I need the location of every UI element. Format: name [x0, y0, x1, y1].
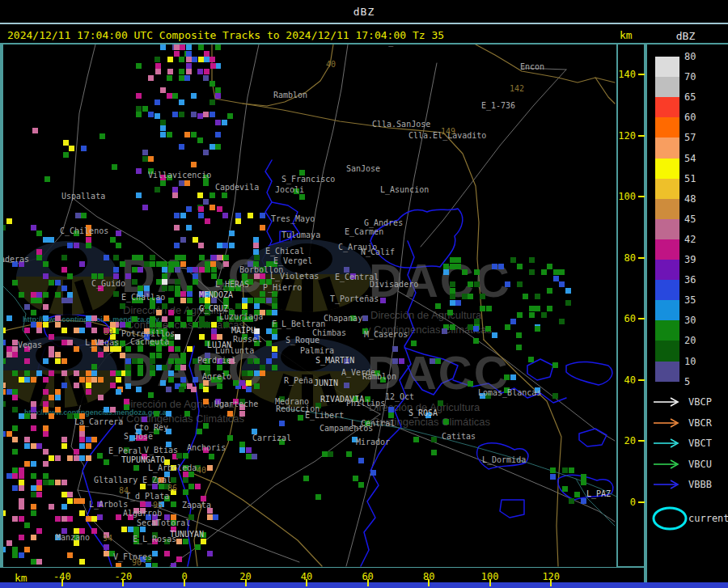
place-label: La_Carrera [74, 417, 123, 426]
radar-pixel [3, 358, 6, 364]
radar-pixel [67, 340, 73, 345]
radar-pixel [43, 358, 49, 364]
radar-pixel [86, 243, 91, 248]
scale-value-label: 5 [684, 376, 690, 387]
radar-pixel [43, 261, 49, 267]
radar-pixel [473, 338, 479, 344]
radar-pixel [168, 286, 174, 291]
radar-pixel [438, 400, 443, 406]
radar-pixel [176, 556, 182, 562]
scale-value-label: 48 [684, 193, 696, 205]
radar-pixel [552, 393, 558, 399]
radar-pixel [31, 510, 36, 516]
radar-pixel [120, 322, 125, 328]
radar-pixel [175, 334, 180, 340]
radar-pixel [24, 304, 30, 310]
legend-row [652, 458, 684, 473]
radar-pixel [188, 472, 194, 477]
radar-pixel [148, 392, 154, 398]
place-label: L_HERAS [215, 280, 249, 289]
radar-pixel [138, 267, 143, 273]
radar-pixel [535, 294, 540, 299]
radar-pixel [192, 57, 197, 62]
radar-pixel [186, 63, 192, 69]
radar-pixel [455, 257, 461, 263]
radar-pixel [254, 255, 260, 260]
radar-pixel [49, 395, 54, 400]
radar-pixel [191, 132, 197, 137]
radar-pixel [12, 547, 18, 552]
radar-pixel [246, 380, 252, 386]
place-label: Phillips [346, 399, 385, 408]
radar-pixel [562, 486, 568, 492]
radar-pixel [203, 399, 209, 404]
radar-pixel [180, 353, 186, 358]
radar-pixel [186, 51, 192, 57]
y-axis-tick [638, 257, 645, 259]
radar-pixel [187, 286, 193, 291]
radar-pixel [156, 279, 162, 285]
radar-pixel [74, 370, 79, 376]
place-label: Russel [233, 335, 262, 344]
y-axis-tick [638, 379, 645, 381]
radar-pixel [36, 528, 42, 534]
radar-pixel [392, 358, 398, 364]
radar-pixel [150, 261, 155, 267]
radar-pixel [498, 264, 504, 269]
radar-map-canvas[interactable]: DACCDirección de Agriculturay Contingenc… [3, 44, 616, 567]
radar-pixel [146, 501, 151, 507]
radar-pixel [3, 401, 6, 407]
radar-pixel [217, 243, 222, 248]
radar-pixel [49, 346, 54, 352]
place-label: S_Jose [124, 432, 153, 441]
radar-pixel [199, 255, 205, 260]
radar-pixel [155, 69, 161, 74]
radar-pixel [79, 437, 85, 442]
radar-pixel [67, 552, 73, 558]
radar-pixel [195, 484, 201, 489]
radar-pixel [79, 498, 85, 504]
radar-pixel [132, 279, 138, 285]
radar-pixel [260, 365, 265, 370]
radar-pixel [6, 218, 12, 224]
place-label: L_Dormida [482, 455, 526, 464]
radar-pixel [242, 273, 248, 279]
place-label: S_Francisco [281, 175, 335, 184]
radar-pixel [86, 443, 91, 449]
radar-pixel [31, 559, 36, 565]
scale-color-block [655, 117, 679, 138]
radar-pixel [98, 273, 104, 279]
radar-pixel [43, 449, 49, 455]
radar-pixel [31, 407, 36, 412]
radar-pixel [581, 474, 586, 480]
radar-pixel [91, 370, 97, 376]
radar-pixel [86, 370, 91, 376]
radar-pixel [175, 291, 180, 297]
radar-pixel [6, 540, 12, 546]
place-label: L_Asuncion [380, 185, 429, 194]
radar-pixel [242, 370, 248, 376]
radar-pixel [6, 431, 12, 437]
radar-pixel [529, 269, 535, 275]
radar-pixel [462, 294, 468, 299]
radar-pixel [49, 237, 54, 243]
radar-pixel [146, 563, 151, 567]
radar-pixel [79, 261, 85, 267]
place-label: V_Btias [144, 446, 178, 455]
radar-pixel [180, 365, 186, 370]
x-axis-tick [61, 579, 63, 586]
radar-pixel [210, 112, 215, 117]
radar-pixel [155, 63, 161, 69]
legend-arrow-icon [652, 479, 684, 490]
radar-pixel [3, 389, 6, 395]
radar-pixel [227, 435, 233, 441]
radar-pixel [49, 480, 54, 485]
radar-pixel [187, 298, 193, 303]
radar-pixel [43, 292, 49, 298]
radar-pixel [174, 44, 180, 50]
radar-pixel [55, 516, 61, 522]
radar-pixel [462, 269, 468, 275]
radar-pixel [203, 423, 209, 429]
radar-pixel [31, 413, 36, 419]
scale-value-label: 57 [684, 132, 696, 143]
